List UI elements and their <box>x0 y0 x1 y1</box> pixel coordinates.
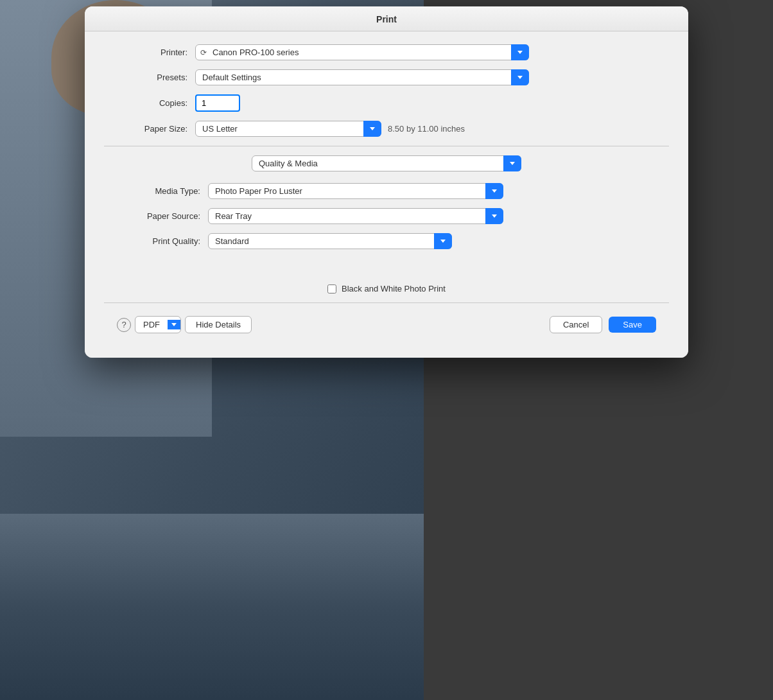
copies-label: Copies: <box>104 98 187 108</box>
paper-size-row: Paper Size: US Letter 8.50 by 11.00 inch… <box>104 121 669 137</box>
bw-checkbox-row: Black and White Photo Print <box>104 284 669 293</box>
section-select-wrap[interactable]: Quality & Media <box>252 155 521 171</box>
bw-checkbox[interactable] <box>327 284 336 293</box>
divider-1 <box>104 146 669 146</box>
presets-label: Presets: <box>104 73 187 82</box>
dialog-body: Printer: ⟳ Canon PRO-100 series Presets: <box>85 31 688 358</box>
copies-row: Copies: <box>104 94 669 112</box>
printer-row: Printer: ⟳ Canon PRO-100 series <box>104 44 669 60</box>
print-quality-label: Print Quality: <box>117 236 200 246</box>
presets-control-wrap: Default Settings <box>195 69 669 85</box>
media-rows: Media Type: Photo Paper Pro Luster Paper… <box>104 183 669 249</box>
paper-size-select[interactable]: US Letter <box>195 121 381 137</box>
bw-checkbox-label[interactable]: Black and White Photo Print <box>342 284 446 293</box>
pdf-arrow-button[interactable] <box>168 320 180 329</box>
dialog-titlebar: Print <box>85 6 688 31</box>
media-type-row: Media Type: Photo Paper Pro Luster <box>117 183 656 199</box>
print-quality-select[interactable]: Standard <box>208 233 452 249</box>
paper-source-control-wrap: Rear Tray <box>208 208 656 224</box>
paper-source-label: Paper Source: <box>117 211 200 221</box>
printer-select-wrap[interactable]: ⟳ Canon PRO-100 series <box>195 44 529 60</box>
copies-input[interactable] <box>195 94 240 112</box>
media-type-control-wrap: Photo Paper Pro Luster <box>208 183 656 199</box>
bottom-divider <box>104 302 669 303</box>
print-quality-select-wrap[interactable]: Standard <box>208 233 452 249</box>
footer-right: Cancel Save <box>550 316 656 333</box>
presets-select-wrap[interactable]: Default Settings <box>195 69 529 85</box>
printer-label: Printer: <box>104 48 187 57</box>
pdf-btn-wrap: PDF <box>135 316 181 333</box>
media-type-select-wrap[interactable]: Photo Paper Pro Luster <box>208 183 503 199</box>
paper-source-row: Paper Source: Rear Tray <box>117 208 656 224</box>
section-select[interactable]: Quality & Media <box>252 155 521 171</box>
pdf-button[interactable]: PDF <box>135 317 168 333</box>
print-quality-row: Print Quality: Standard <box>117 233 656 249</box>
save-button[interactable]: Save <box>609 317 656 333</box>
paper-size-label: Paper Size: <box>104 124 187 134</box>
help-button[interactable]: ? <box>117 318 131 332</box>
print-quality-control-wrap: Standard <box>208 233 656 249</box>
footer-left: ? PDF Hide Details <box>117 316 252 333</box>
paper-size-select-wrap[interactable]: US Letter <box>195 121 381 137</box>
presets-row: Presets: Default Settings <box>104 69 669 85</box>
printer-control-wrap: ⟳ Canon PRO-100 series <box>195 44 669 60</box>
section-select-row: Quality & Media <box>104 155 669 171</box>
dialog-footer: ? PDF Hide Details Cancel Save <box>104 310 669 345</box>
media-type-label: Media Type: <box>117 186 200 196</box>
presets-select[interactable]: Default Settings <box>195 69 529 85</box>
paper-size-control-wrap: US Letter 8.50 by 11.00 inches <box>195 121 669 137</box>
hide-details-button[interactable]: Hide Details <box>185 316 252 333</box>
media-type-select[interactable]: Photo Paper Pro Luster <box>208 183 503 199</box>
copies-control-wrap <box>195 94 669 112</box>
paper-size-note: 8.50 by 11.00 inches <box>388 124 465 134</box>
print-dialog: Print Printer: ⟳ Canon PRO-100 series <box>85 6 688 358</box>
dialog-overlay: Print Printer: ⟳ Canon PRO-100 series <box>0 0 773 700</box>
cancel-button[interactable]: Cancel <box>550 316 602 333</box>
dialog-title: Print <box>376 14 397 24</box>
printer-select[interactable]: Canon PRO-100 series <box>195 44 529 60</box>
spacer <box>104 258 669 271</box>
paper-source-select[interactable]: Rear Tray <box>208 208 503 224</box>
paper-source-select-wrap[interactable]: Rear Tray <box>208 208 503 224</box>
